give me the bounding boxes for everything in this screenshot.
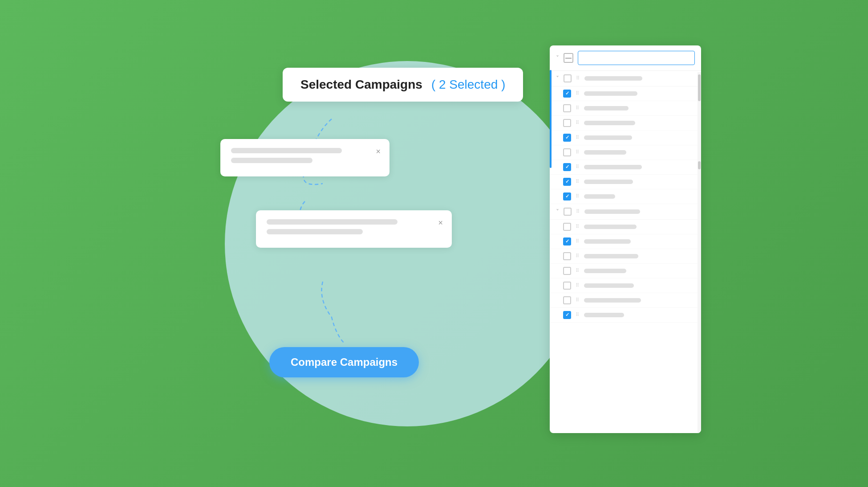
card1-line2 — [231, 158, 312, 163]
header-chevron-icon[interactable]: ˅ — [556, 54, 559, 61]
campaign-card-2: × — [256, 210, 452, 248]
row-drag-icon: ⠿ — [576, 193, 580, 199]
table-row: ⠿ — [550, 189, 701, 204]
group1-label — [584, 76, 642, 81]
group2-header: ˅ ⠿ — [550, 204, 701, 220]
row-drag-icon: ⠿ — [576, 268, 580, 274]
row-checkbox[interactable] — [563, 252, 571, 260]
table-row: ⠿ — [550, 116, 701, 131]
table-row: ⠿ — [550, 145, 701, 160]
row-text — [584, 180, 633, 184]
row-checkbox[interactable] — [563, 104, 571, 112]
row-text — [584, 150, 626, 155]
table-row: ⠿ — [550, 131, 701, 145]
compare-campaigns-button[interactable]: Compare Campaigns — [269, 347, 419, 377]
table-row: ⠿ — [550, 220, 701, 234]
row-text — [584, 194, 615, 199]
row-drag-icon: ⠿ — [576, 238, 580, 244]
row-checkbox[interactable] — [563, 178, 571, 186]
group2-checkbox[interactable] — [564, 208, 572, 216]
selected-campaigns-tooltip: Selected Campaigns ( 2 Selected ) — [283, 68, 523, 102]
row-checkbox[interactable] — [563, 134, 571, 142]
row-checkbox[interactable] — [563, 237, 571, 246]
table-row: ⠿ — [550, 308, 701, 323]
table-row: ⠿ — [550, 234, 701, 249]
row-text — [584, 298, 641, 303]
group2-chevron-icon[interactable]: ˅ — [556, 208, 559, 215]
row-drag-icon: ⠿ — [576, 253, 580, 259]
blue-accent-bar — [550, 70, 552, 168]
row-drag-icon: ⠿ — [576, 149, 580, 155]
card2-line1 — [267, 219, 397, 225]
scrollbar-thumb-2 — [698, 161, 701, 169]
group1-drag-icon: ⠿ — [576, 75, 580, 81]
row-drag-icon: ⠿ — [576, 90, 580, 96]
card2-line2 — [267, 229, 363, 234]
row-text — [584, 106, 629, 110]
row-drag-icon: ⠿ — [576, 105, 580, 111]
row-drag-icon: ⠿ — [576, 297, 580, 303]
search-input[interactable] — [578, 51, 695, 65]
card1-line1 — [231, 148, 342, 153]
row-text — [584, 165, 642, 169]
row-text — [584, 269, 626, 273]
table-row: ⠿ — [550, 160, 701, 175]
group1-header: ˅ ⠿ — [550, 71, 701, 86]
scrollbar[interactable] — [698, 72, 701, 433]
table-row: ⠿ — [550, 278, 701, 293]
row-checkbox[interactable] — [563, 282, 571, 290]
tooltip-count: ( 2 Selected ) — [431, 78, 506, 92]
header-minus-icon[interactable]: — — [564, 53, 573, 63]
card2-close-button[interactable]: × — [438, 218, 443, 228]
group2-drag-icon: ⠿ — [576, 209, 580, 214]
row-drag-icon: ⠿ — [576, 164, 580, 170]
row-checkbox[interactable] — [563, 90, 571, 98]
row-text — [584, 283, 634, 288]
table-row: ⠿ — [550, 175, 701, 189]
row-drag-icon: ⠿ — [576, 135, 580, 140]
row-drag-icon: ⠿ — [576, 282, 580, 288]
table-row: ⠿ — [550, 293, 701, 308]
row-checkbox[interactable] — [563, 267, 571, 275]
table-scroll-area[interactable]: ˅ ⠿ ⠿ ⠿ ⠿ ⠿ — [550, 71, 701, 432]
table-header: ˅ — — [550, 45, 701, 71]
row-text — [584, 254, 638, 258]
row-checkbox[interactable] — [563, 296, 571, 304]
row-text — [584, 225, 637, 229]
row-drag-icon: ⠿ — [576, 312, 580, 318]
row-text — [584, 91, 637, 96]
table-row: ⠿ — [550, 86, 701, 101]
group2-label — [584, 209, 640, 214]
row-checkbox[interactable] — [563, 223, 571, 231]
row-checkbox[interactable] — [563, 119, 571, 127]
row-checkbox[interactable] — [563, 192, 571, 201]
tooltip-title: Selected Campaigns — [300, 78, 422, 92]
campaign-card-1: × — [220, 139, 389, 176]
group1-chevron-icon[interactable]: ˅ — [556, 75, 559, 82]
row-checkbox[interactable] — [563, 148, 571, 156]
row-text — [584, 121, 635, 125]
table-row: ⠿ — [550, 101, 701, 116]
row-drag-icon: ⠿ — [576, 179, 580, 184]
row-text — [584, 239, 631, 244]
card1-close-button[interactable]: × — [376, 147, 381, 156]
row-drag-icon: ⠿ — [576, 120, 580, 126]
table-row: ⠿ — [550, 264, 701, 278]
table-row: ⠿ — [550, 249, 701, 264]
row-drag-icon: ⠿ — [576, 224, 580, 229]
row-text — [584, 313, 624, 317]
row-checkbox[interactable] — [563, 311, 571, 319]
group1-checkbox[interactable] — [564, 74, 572, 82]
row-text — [584, 135, 632, 140]
table-panel: ˅ — ˅ ⠿ ⠿ ⠿ — [550, 45, 701, 433]
scene: Selected Campaigns ( 2 Selected ) × × Co… — [167, 32, 701, 455]
row-checkbox[interactable] — [563, 163, 571, 171]
scrollbar-thumb — [698, 74, 701, 101]
